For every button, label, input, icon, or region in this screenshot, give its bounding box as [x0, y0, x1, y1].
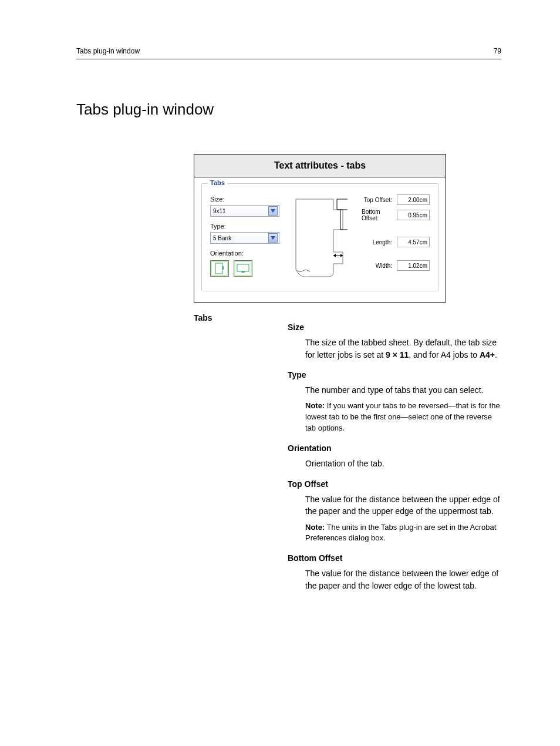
definitions: Tabs Size The size of the tabbed sheet. … — [194, 313, 501, 594]
orientation-label: Orientation: — [210, 250, 279, 257]
size-select[interactable]: 9x11 — [210, 205, 279, 217]
dialog-caption: Text attributes - tabs — [194, 154, 446, 177]
def-size-term: Size — [288, 321, 501, 333]
def-orientation-text: Orientation of the tab. — [305, 458, 501, 469]
dialog-screenshot: Text attributes - tabs Tabs Size: 9x11 — [194, 154, 446, 303]
controls-column: Size: 9x11 Type: 5 Bank — [210, 194, 279, 283]
size-label: Size: — [210, 196, 279, 203]
orientation-landscape-button[interactable] — [234, 260, 252, 277]
width-label: Width: — [376, 263, 392, 269]
svg-rect-5 — [241, 271, 245, 273]
def-type-text: The number and type of tabs that you can… — [305, 384, 501, 396]
top-offset-input[interactable] — [397, 194, 430, 205]
def-size-text: The size of the tabbed sheet. By default… — [305, 337, 501, 361]
def-topoffset-text: The value for the distance between the u… — [305, 493, 501, 518]
svg-rect-3 — [222, 266, 224, 270]
length-label: Length: — [373, 239, 392, 246]
top-offset-label: Top Offset: — [364, 197, 392, 203]
tab-diagram — [291, 194, 350, 283]
measurements-column: Top Offset: Bottom Offset: Length: — [362, 194, 430, 283]
bottom-offset-input[interactable] — [397, 210, 430, 220]
def-type-note: Note: If you want your tabs to be revers… — [305, 401, 501, 434]
width-row: Width: — [362, 260, 430, 271]
definitions-body: Size The size of the tabbed sheet. By de… — [288, 313, 501, 594]
type-select-value: 5 Bank — [213, 235, 231, 241]
def-type-term: Type — [288, 369, 501, 381]
size-select-value: 9x11 — [213, 208, 226, 214]
bottom-offset-label: Bottom Offset: — [362, 209, 392, 221]
def-bottomoffset-term: Bottom Offset — [288, 552, 501, 564]
svg-marker-0 — [271, 209, 275, 213]
dialog-frame: Text attributes - tabs Tabs Size: 9x11 — [194, 154, 446, 303]
svg-rect-2 — [215, 263, 222, 274]
tabs-groupbox: Tabs Size: 9x11 Type: — [201, 183, 438, 291]
chevron-down-icon — [268, 206, 278, 216]
width-input[interactable] — [397, 260, 430, 271]
group-legend: Tabs — [208, 179, 227, 186]
orientation-row — [210, 260, 279, 277]
chevron-down-icon — [268, 233, 278, 243]
page-number: 79 — [494, 47, 501, 55]
type-select[interactable]: 5 Bank — [210, 232, 279, 244]
running-header: Tabs plug-in window 79 — [76, 47, 501, 59]
definitions-lead: Tabs — [194, 313, 270, 594]
bottom-offset-row: Bottom Offset: — [362, 209, 430, 221]
page-title: Tabs plug-in window — [76, 100, 501, 119]
def-topoffset-note: Note: The units in the Tabs plug-in are … — [305, 522, 501, 545]
type-label: Type: — [210, 223, 279, 230]
svg-marker-1 — [271, 236, 275, 240]
orientation-portrait-button[interactable] — [210, 260, 229, 277]
dialog-body: Tabs Size: 9x11 Type: — [194, 177, 446, 302]
top-offset-row: Top Offset: — [362, 194, 430, 205]
def-bottomoffset-text: The value for the distance between the l… — [305, 567, 501, 592]
def-topoffset-term: Top Offset — [288, 478, 501, 490]
def-orientation-term: Orientation — [288, 442, 501, 454]
length-row: Length: — [362, 237, 430, 247]
page: Tabs plug-in window 79 Tabs plug-in wind… — [0, 0, 560, 746]
svg-rect-4 — [237, 264, 249, 271]
header-left: Tabs plug-in window — [76, 47, 140, 55]
length-input[interactable] — [397, 237, 430, 247]
